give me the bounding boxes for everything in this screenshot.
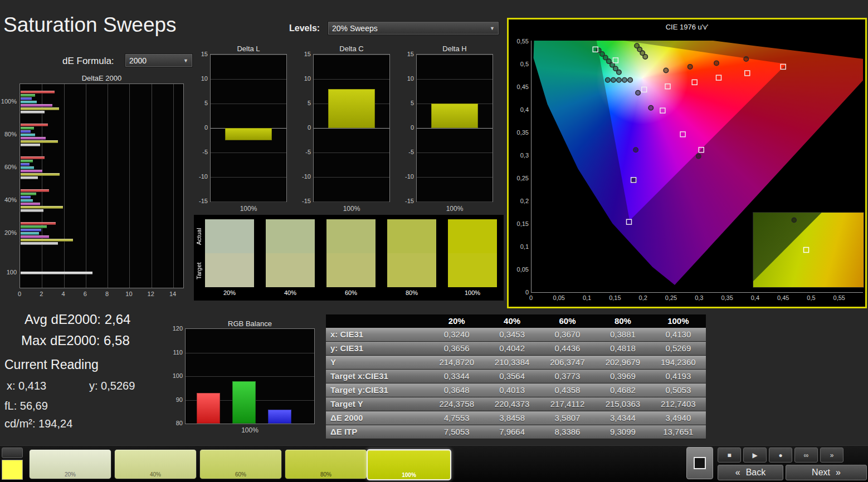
cie-x-tick-label: 0,25 xyxy=(663,294,680,301)
page-title: Saturation Sweeps xyxy=(3,13,177,37)
levels-value: 20% Sweeps xyxy=(332,24,378,33)
red-bar xyxy=(197,393,220,424)
deltae-bar xyxy=(21,156,45,159)
delta-plot xyxy=(313,54,390,202)
measured-point xyxy=(628,78,632,82)
column-header: 20% xyxy=(429,314,484,328)
actual-target-swatch-strip: ActualTarget20%40%60%80%100% xyxy=(194,215,504,301)
x-axis-label: 100% xyxy=(416,205,493,213)
swatch-40% xyxy=(266,219,315,287)
target-swatch xyxy=(266,253,315,287)
measured-point xyxy=(617,70,621,75)
target-row-label: Target xyxy=(195,254,203,288)
patch-label: 80% xyxy=(285,471,367,478)
actual-row-label: Actual xyxy=(195,219,203,254)
measured-point xyxy=(622,78,627,82)
deltae-x-tick-label: 14 xyxy=(167,291,178,297)
deltae-bar xyxy=(21,101,37,104)
y-tick-label: -10 xyxy=(398,173,414,180)
patch-100%[interactable]: 100% xyxy=(367,449,451,480)
cie-y-tick-label: 0,35 xyxy=(511,129,529,136)
patch-80%[interactable]: 80% xyxy=(285,449,367,479)
inset-markers xyxy=(753,213,864,287)
deltae-bar xyxy=(21,209,43,212)
actual-swatch xyxy=(205,219,254,253)
patch-60%[interactable]: 60% xyxy=(199,449,282,479)
table-cell: 215,0363 xyxy=(595,397,650,411)
swatch-label: 40% xyxy=(266,289,315,296)
deltae-bar xyxy=(21,104,52,107)
deltae-bar xyxy=(21,140,58,143)
gridline xyxy=(211,153,286,153)
y-tick-label: -5 xyxy=(398,149,414,155)
y-tick-label: 10 xyxy=(295,75,311,82)
table-cell: 0,3453 xyxy=(484,328,539,341)
target-swatch xyxy=(387,253,436,287)
deltae-chart: 02468101214100%80%60%40%20%100 xyxy=(0,83,189,302)
avg-de2000-readout: Avg dE2000: 2,64 xyxy=(25,312,130,327)
green-bar xyxy=(232,381,256,424)
cie-x-tick-label: 0,1 xyxy=(579,294,596,301)
patch-40%[interactable]: 40% xyxy=(114,449,197,479)
deltae-bar xyxy=(21,91,55,94)
table-cell: 0,3670 xyxy=(540,328,595,341)
patch-20%[interactable]: 20% xyxy=(29,449,111,479)
row-label: Y xyxy=(326,356,429,369)
table-cell: 0,5053 xyxy=(651,383,706,397)
patch-label: 40% xyxy=(115,471,196,478)
actual-swatch xyxy=(326,219,376,253)
table-header-row: 20%40%60%80%100% xyxy=(326,314,706,328)
actual-swatch xyxy=(448,219,497,253)
deltae-group-label: 100% xyxy=(0,98,17,105)
record-button[interactable]: ● xyxy=(769,447,792,463)
actual-swatch xyxy=(387,219,436,253)
table-cell: 7,5053 xyxy=(429,425,484,439)
back-button[interactable]: « Back xyxy=(718,465,783,480)
swatch-label: 100% xyxy=(448,289,497,296)
table-cell: 0,3773 xyxy=(540,370,595,383)
measured-point xyxy=(643,55,647,59)
cie-x-tick-label: 0,2 xyxy=(635,294,651,301)
patch-options-button[interactable] xyxy=(2,447,23,458)
gridline xyxy=(186,353,314,353)
gridline xyxy=(86,84,86,288)
cie-y-tick-label: 0,4 xyxy=(511,106,529,113)
cie-y-tick-label: 0,3 xyxy=(511,152,529,159)
deltae-bar xyxy=(21,193,36,195)
table-cell: 0,4193 xyxy=(651,370,706,383)
x-axis-label: 100% xyxy=(185,426,315,434)
cie-y-tick-label: 0,5 xyxy=(511,61,529,67)
column-header: 100% xyxy=(651,314,706,328)
swatch-label: 60% xyxy=(326,289,376,296)
loop-button[interactable]: ∞ xyxy=(794,447,818,463)
de-formula-dropdown[interactable]: 2000 ▼ xyxy=(125,53,193,67)
cie-y-tick-label: 0,25 xyxy=(511,175,529,181)
cie-x-tick-label: 0,5 xyxy=(803,294,820,301)
deltae-x-tick-label: 10 xyxy=(123,291,134,297)
table-cell: 212,7403 xyxy=(651,397,706,411)
target-point xyxy=(627,219,632,224)
cie-diagram-panel: CIE 1976 u'v' 0,550,50,450,40,350,30,250… xyxy=(507,18,867,308)
table-cell: 220,4373 xyxy=(484,397,539,411)
stop-button[interactable]: ■ xyxy=(718,447,741,463)
inset-measured-point xyxy=(792,218,796,222)
deltae-bar xyxy=(21,242,58,245)
table-cell: 0,3344 xyxy=(429,370,484,383)
swatch-label: 20% xyxy=(205,289,254,296)
current-patch-preview xyxy=(2,460,23,480)
target-point xyxy=(716,75,721,80)
skip-button[interactable]: » xyxy=(820,447,843,463)
deltae-bar xyxy=(21,239,73,242)
play-button[interactable]: ▶ xyxy=(743,447,767,463)
next-button[interactable]: Next » xyxy=(786,465,867,480)
delta-chart-delta-l: Delta L151050-5-10-15100% xyxy=(192,45,288,212)
table-row: Y214,8720210,3384206,3747202,9679194,236… xyxy=(326,356,706,370)
levels-dropdown[interactable]: 20% Sweeps ▼ xyxy=(328,21,499,35)
gridline xyxy=(417,201,492,202)
swatch-label: 80% xyxy=(387,289,436,296)
chevron-down-icon: ▼ xyxy=(179,58,188,63)
reading-cd: cd/m²: 194,24 xyxy=(4,417,72,430)
row-label: ΔE ITP xyxy=(326,425,429,439)
patch-label: 60% xyxy=(200,471,281,478)
patch-window-button[interactable] xyxy=(686,447,713,479)
